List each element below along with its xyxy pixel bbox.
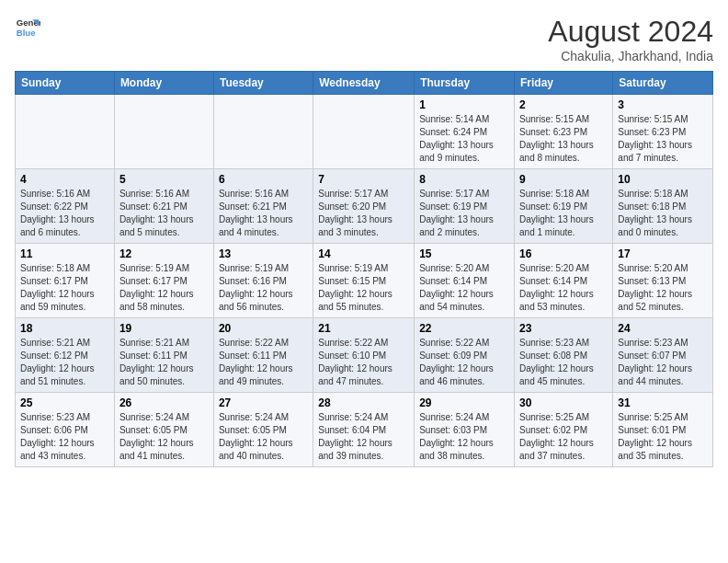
- day-number: 4: [20, 173, 109, 186]
- week-row-2: 4Sunrise: 5:16 AM Sunset: 6:22 PM Daylig…: [16, 169, 713, 244]
- calendar-cell: [114, 95, 213, 169]
- calendar-cell: 20Sunrise: 5:22 AM Sunset: 6:11 PM Dayli…: [213, 318, 313, 393]
- day-number: 30: [519, 396, 608, 409]
- week-row-4: 18Sunrise: 5:21 AM Sunset: 6:12 PM Dayli…: [16, 318, 713, 393]
- calendar-cell: 17Sunrise: 5:20 AM Sunset: 6:13 PM Dayli…: [613, 244, 713, 318]
- calendar-cell: 23Sunrise: 5:23 AM Sunset: 6:08 PM Dayli…: [515, 318, 613, 393]
- day-detail: Sunrise: 5:23 AM Sunset: 6:06 PM Dayligh…: [20, 411, 109, 463]
- day-number: 10: [618, 173, 708, 186]
- day-header-tuesday: Tuesday: [213, 72, 313, 95]
- day-detail: Sunrise: 5:24 AM Sunset: 6:04 PM Dayligh…: [318, 411, 409, 463]
- day-detail: Sunrise: 5:23 AM Sunset: 6:07 PM Dayligh…: [618, 337, 708, 388]
- calendar-table: SundayMondayTuesdayWednesdayThursdayFrid…: [15, 71, 713, 467]
- day-detail: Sunrise: 5:21 AM Sunset: 6:12 PM Dayligh…: [20, 337, 109, 388]
- day-detail: Sunrise: 5:16 AM Sunset: 6:21 PM Dayligh…: [119, 188, 209, 239]
- day-detail: Sunrise: 5:16 AM Sunset: 6:22 PM Dayligh…: [20, 188, 109, 239]
- day-number: 25: [20, 396, 109, 409]
- day-number: 21: [318, 322, 409, 335]
- calendar-cell: 19Sunrise: 5:21 AM Sunset: 6:11 PM Dayli…: [114, 318, 213, 393]
- calendar-cell: 4Sunrise: 5:16 AM Sunset: 6:22 PM Daylig…: [16, 169, 115, 244]
- day-number: 6: [219, 173, 308, 186]
- day-detail: Sunrise: 5:20 AM Sunset: 6:13 PM Dayligh…: [618, 262, 708, 314]
- day-detail: Sunrise: 5:19 AM Sunset: 6:17 PM Dayligh…: [119, 262, 209, 314]
- day-detail: Sunrise: 5:17 AM Sunset: 6:20 PM Dayligh…: [318, 188, 409, 239]
- day-number: 16: [519, 247, 608, 260]
- day-detail: Sunrise: 5:16 AM Sunset: 6:21 PM Dayligh…: [219, 188, 308, 239]
- day-number: 24: [618, 322, 708, 335]
- day-detail: Sunrise: 5:15 AM Sunset: 6:23 PM Dayligh…: [519, 113, 608, 165]
- day-header-sunday: Sunday: [16, 72, 115, 95]
- day-number: 31: [618, 396, 708, 409]
- day-number: 14: [318, 247, 409, 260]
- day-number: 8: [419, 173, 509, 186]
- calendar-cell: 21Sunrise: 5:22 AM Sunset: 6:10 PM Dayli…: [313, 318, 415, 393]
- day-number: 15: [419, 247, 509, 260]
- day-number: 9: [519, 173, 608, 186]
- calendar-cell: 26Sunrise: 5:24 AM Sunset: 6:05 PM Dayli…: [114, 393, 213, 467]
- day-number: 22: [419, 322, 509, 335]
- calendar-cell: 16Sunrise: 5:20 AM Sunset: 6:14 PM Dayli…: [515, 244, 613, 318]
- day-detail: Sunrise: 5:18 AM Sunset: 6:18 PM Dayligh…: [618, 188, 708, 239]
- day-header-thursday: Thursday: [415, 72, 515, 95]
- day-detail: Sunrise: 5:19 AM Sunset: 6:16 PM Dayligh…: [219, 262, 308, 314]
- day-detail: Sunrise: 5:15 AM Sunset: 6:23 PM Dayligh…: [618, 113, 708, 165]
- calendar-cell: 8Sunrise: 5:17 AM Sunset: 6:19 PM Daylig…: [415, 169, 515, 244]
- day-number: 7: [318, 173, 409, 186]
- week-row-5: 25Sunrise: 5:23 AM Sunset: 6:06 PM Dayli…: [16, 393, 713, 467]
- calendar-cell: [313, 95, 415, 169]
- subtitle: Chakulia, Jharkhand, India: [548, 49, 713, 63]
- day-detail: Sunrise: 5:14 AM Sunset: 6:24 PM Dayligh…: [419, 113, 509, 165]
- calendar-cell: 29Sunrise: 5:24 AM Sunset: 6:03 PM Dayli…: [415, 393, 515, 467]
- day-number: 18: [20, 322, 109, 335]
- week-row-3: 11Sunrise: 5:18 AM Sunset: 6:17 PM Dayli…: [16, 244, 713, 318]
- calendar-cell: 9Sunrise: 5:18 AM Sunset: 6:19 PM Daylig…: [515, 169, 613, 244]
- day-number: 28: [318, 396, 409, 409]
- calendar-cell: 7Sunrise: 5:17 AM Sunset: 6:20 PM Daylig…: [313, 169, 415, 244]
- day-number: 5: [119, 173, 209, 186]
- day-detail: Sunrise: 5:22 AM Sunset: 6:10 PM Dayligh…: [318, 337, 409, 388]
- calendar-cell: 28Sunrise: 5:24 AM Sunset: 6:04 PM Dayli…: [313, 393, 415, 467]
- calendar-cell: 11Sunrise: 5:18 AM Sunset: 6:17 PM Dayli…: [16, 244, 115, 318]
- calendar-cell: 13Sunrise: 5:19 AM Sunset: 6:16 PM Dayli…: [213, 244, 313, 318]
- day-number: 27: [219, 396, 308, 409]
- day-detail: Sunrise: 5:18 AM Sunset: 6:17 PM Dayligh…: [20, 262, 109, 314]
- day-header-friday: Friday: [515, 72, 613, 95]
- week-row-1: 1Sunrise: 5:14 AM Sunset: 6:24 PM Daylig…: [16, 95, 713, 169]
- day-detail: Sunrise: 5:20 AM Sunset: 6:14 PM Dayligh…: [519, 262, 608, 314]
- calendar-cell: [16, 95, 115, 169]
- day-detail: Sunrise: 5:21 AM Sunset: 6:11 PM Dayligh…: [119, 337, 209, 388]
- calendar-cell: 30Sunrise: 5:25 AM Sunset: 6:02 PM Dayli…: [515, 393, 613, 467]
- day-header-monday: Monday: [114, 72, 213, 95]
- calendar-cell: 5Sunrise: 5:16 AM Sunset: 6:21 PM Daylig…: [114, 169, 213, 244]
- logo-icon: General Blue: [15, 15, 40, 40]
- day-number: 12: [119, 247, 209, 260]
- main-title: August 2024: [548, 15, 713, 49]
- calendar-cell: 15Sunrise: 5:20 AM Sunset: 6:14 PM Dayli…: [415, 244, 515, 318]
- day-header-saturday: Saturday: [613, 72, 713, 95]
- day-number: 26: [119, 396, 209, 409]
- calendar-cell: 31Sunrise: 5:25 AM Sunset: 6:01 PM Dayli…: [613, 393, 713, 467]
- day-detail: Sunrise: 5:19 AM Sunset: 6:15 PM Dayligh…: [318, 262, 409, 314]
- title-block: August 2024 Chakulia, Jharkhand, India: [548, 15, 713, 63]
- day-number: 20: [219, 322, 308, 335]
- day-detail: Sunrise: 5:17 AM Sunset: 6:19 PM Dayligh…: [419, 188, 509, 239]
- day-number: 19: [119, 322, 209, 335]
- day-number: 11: [20, 247, 109, 260]
- calendar-cell: 24Sunrise: 5:23 AM Sunset: 6:07 PM Dayli…: [613, 318, 713, 393]
- calendar-cell: 6Sunrise: 5:16 AM Sunset: 6:21 PM Daylig…: [213, 169, 313, 244]
- day-detail: Sunrise: 5:23 AM Sunset: 6:08 PM Dayligh…: [519, 337, 608, 388]
- logo: General Blue: [15, 15, 40, 40]
- day-number: 2: [519, 98, 608, 111]
- day-number: 29: [419, 396, 509, 409]
- day-detail: Sunrise: 5:25 AM Sunset: 6:02 PM Dayligh…: [519, 411, 608, 463]
- calendar-cell: 25Sunrise: 5:23 AM Sunset: 6:06 PM Dayli…: [16, 393, 115, 467]
- calendar-cell: 3Sunrise: 5:15 AM Sunset: 6:23 PM Daylig…: [613, 95, 713, 169]
- day-detail: Sunrise: 5:24 AM Sunset: 6:03 PM Dayligh…: [419, 411, 509, 463]
- day-detail: Sunrise: 5:20 AM Sunset: 6:14 PM Dayligh…: [419, 262, 509, 314]
- day-number: 13: [219, 247, 308, 260]
- svg-text:Blue: Blue: [17, 28, 36, 38]
- calendar-cell: 2Sunrise: 5:15 AM Sunset: 6:23 PM Daylig…: [515, 95, 613, 169]
- calendar-cell: 27Sunrise: 5:24 AM Sunset: 6:05 PM Dayli…: [213, 393, 313, 467]
- day-detail: Sunrise: 5:24 AM Sunset: 6:05 PM Dayligh…: [119, 411, 209, 463]
- calendar-cell: 14Sunrise: 5:19 AM Sunset: 6:15 PM Dayli…: [313, 244, 415, 318]
